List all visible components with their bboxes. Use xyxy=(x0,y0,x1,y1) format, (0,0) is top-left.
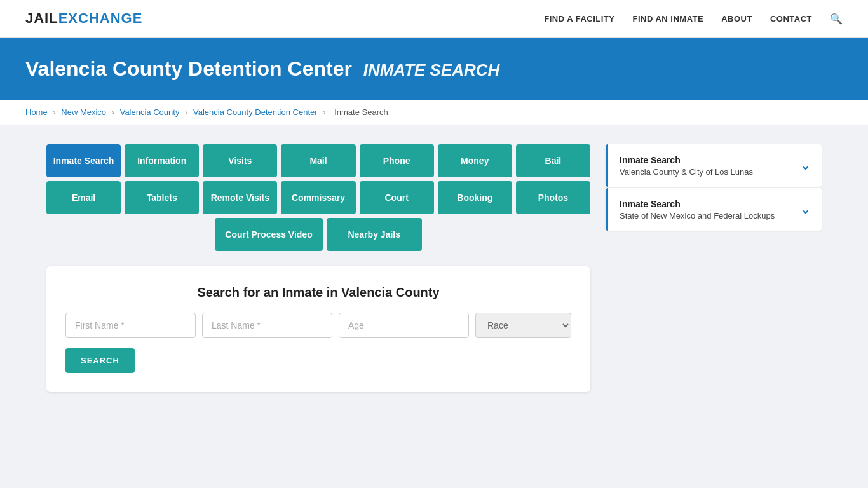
breadcrumb-valencia-county[interactable]: Valencia County xyxy=(120,107,180,117)
breadcrumb: Home › New Mexico › Valencia County › Va… xyxy=(0,100,868,125)
right-sidebar: Inmate Search Valencia County & City of … xyxy=(606,144,822,232)
tab-court[interactable]: Court xyxy=(360,181,434,214)
sidebar-card-1-subtitle: Valencia County & City of Los Lunas xyxy=(620,167,753,177)
tab-mail[interactable]: Mail xyxy=(281,144,355,177)
left-section: Inmate Search Information Visits Mail Ph… xyxy=(46,144,590,392)
tab-row-1: Inmate Search Information Visits Mail Ph… xyxy=(46,144,590,177)
sidebar-card-1: Inmate Search Valencia County & City of … xyxy=(606,144,822,187)
sidebar-card-2-subtitle: State of New Mexico and Federal Lockups xyxy=(620,211,775,220)
search-form-title: Search for an Inmate in Valencia County xyxy=(65,285,571,300)
search-button[interactable]: SEARCH xyxy=(65,348,135,373)
tab-court-process-video[interactable]: Court Process Video xyxy=(215,218,322,251)
page-title: Valencia County Detention Center INMATE … xyxy=(25,57,843,81)
nav-contact[interactable]: CONTACT xyxy=(770,14,812,24)
breadcrumb-detention-center[interactable]: Valencia County Detention Center xyxy=(193,107,318,117)
logo-jail: JAIL xyxy=(25,10,58,26)
main-nav: FIND A FACILITY FIND AN INMATE ABOUT CON… xyxy=(544,13,843,25)
search-icon[interactable]: 🔍 xyxy=(830,13,843,25)
site-logo[interactable]: JAILEXCHANGE xyxy=(25,10,142,27)
nav-find-facility[interactable]: FIND A FACILITY xyxy=(544,14,614,24)
chevron-down-icon-2: ⌄ xyxy=(801,203,810,217)
tab-booking[interactable]: Booking xyxy=(438,181,512,214)
tab-visits[interactable]: Visits xyxy=(203,144,277,177)
logo-exchange: EXCHANGE xyxy=(58,10,143,26)
tab-row-3: Court Process Video Nearby Jails xyxy=(46,218,590,251)
hero-banner: Valencia County Detention Center INMATE … xyxy=(0,38,868,100)
first-name-input[interactable] xyxy=(65,313,196,338)
sidebar-card-2-title: Inmate Search xyxy=(620,198,775,210)
tab-photos[interactable]: Photos xyxy=(516,181,590,214)
tab-phone[interactable]: Phone xyxy=(360,144,434,177)
tab-inmate-search[interactable]: Inmate Search xyxy=(46,144,121,177)
breadcrumb-new-mexico[interactable]: New Mexico xyxy=(61,107,106,117)
sidebar-card-2: Inmate Search State of New Mexico and Fe… xyxy=(606,188,822,231)
sidebar-card-1-title: Inmate Search xyxy=(620,154,753,166)
tab-remote-visits[interactable]: Remote Visits xyxy=(203,181,277,214)
tab-email[interactable]: Email xyxy=(46,181,121,214)
tab-commissary[interactable]: Commissary xyxy=(281,181,355,214)
age-input[interactable] xyxy=(339,313,469,338)
tab-information[interactable]: Information xyxy=(125,144,199,177)
tab-money[interactable]: Money xyxy=(438,144,512,177)
race-select[interactable]: Race White Black Hispanic Asian Other xyxy=(475,313,571,338)
tab-nearby-jails[interactable]: Nearby Jails xyxy=(327,218,422,251)
search-form-row: Race White Black Hispanic Asian Other xyxy=(65,313,571,338)
nav-about[interactable]: ABOUT xyxy=(721,14,752,24)
breadcrumb-home[interactable]: Home xyxy=(25,107,48,117)
sidebar-card-2-header[interactable]: Inmate Search State of New Mexico and Fe… xyxy=(606,188,822,231)
chevron-down-icon: ⌄ xyxy=(801,159,810,173)
breadcrumb-current: Inmate Search xyxy=(334,107,388,117)
sidebar-card-1-header[interactable]: Inmate Search Valencia County & City of … xyxy=(606,144,822,187)
tab-tablets[interactable]: Tablets xyxy=(125,181,199,214)
tab-row-2: Email Tablets Remote Visits Commissary C… xyxy=(46,181,590,214)
site-header: JAILEXCHANGE FIND A FACILITY FIND AN INM… xyxy=(0,0,868,38)
main-content: Inmate Search Information Visits Mail Ph… xyxy=(21,125,847,411)
search-form-container: Search for an Inmate in Valencia County … xyxy=(46,266,590,392)
nav-find-inmate[interactable]: FIND AN INMATE xyxy=(632,14,703,24)
tab-bail[interactable]: Bail xyxy=(516,144,590,177)
last-name-input[interactable] xyxy=(202,313,332,338)
